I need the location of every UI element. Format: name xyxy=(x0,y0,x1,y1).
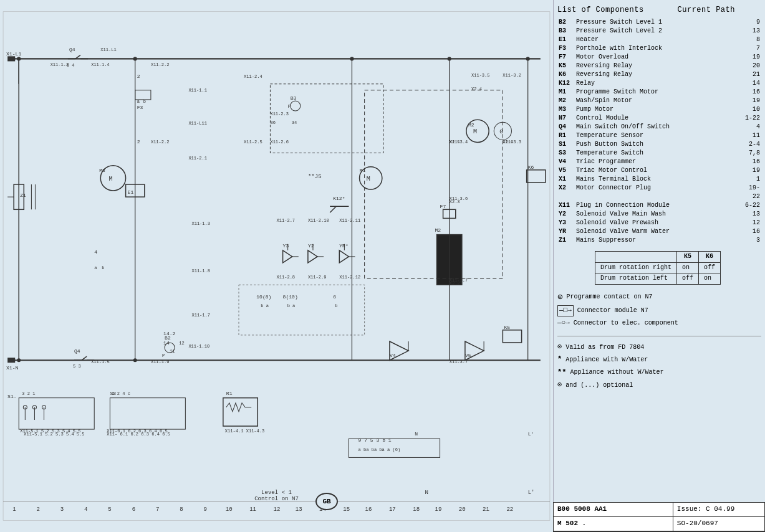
legend-connector-elec: —○→ Connector to elec. component xyxy=(557,318,761,328)
svg-text:N: N xyxy=(415,431,418,437)
svg-text:X11-3.5: X11-3.5 xyxy=(471,73,490,78)
component-row: M2Wash/Spin Motor19 xyxy=(557,97,761,105)
svg-rect-33 xyxy=(7,56,15,61)
component-row: M3Pump Motor10 xyxy=(557,105,761,114)
svg-text:X11-2.2: X11-2.2 xyxy=(151,62,170,67)
svg-text:F3: F3 xyxy=(137,105,143,110)
svg-text:3: 3 xyxy=(60,506,64,513)
svg-text:X11-2.9: X11-2.9 xyxy=(308,275,327,280)
gb-label: GB xyxy=(322,498,330,505)
svg-text:X11-1.8: X11-1.8 xyxy=(191,268,210,273)
svg-text:Q4: Q4 xyxy=(74,348,80,354)
svg-text:R1: R1 xyxy=(226,391,233,396)
svg-text:K12*: K12* xyxy=(333,196,345,201)
svg-text:36: 36 xyxy=(270,120,275,125)
component-row: M1Programme Switch Motor16 xyxy=(557,88,761,97)
svg-text:5: 5 xyxy=(108,506,111,513)
component-row: Q4Main Switch On/Off Switch4 xyxy=(557,123,761,131)
svg-text:1  2   4    c: 1 2 4 c xyxy=(112,391,130,396)
svg-text:N: N xyxy=(425,489,428,496)
svg-text:4: 4 xyxy=(84,506,87,513)
doc-standard: SO-20/0697 xyxy=(673,517,764,531)
svg-text:M: M xyxy=(367,176,370,183)
svg-text:a: a xyxy=(94,265,97,270)
gb-stamp: GB xyxy=(315,493,338,510)
svg-text:X11-2.11: X11-2.11 xyxy=(339,218,360,223)
svg-text:1: 1 xyxy=(12,506,16,513)
svg-text:9   7   5   3   b   1: 9 7 5 3 b 1 xyxy=(358,437,392,443)
svg-text:2: 2 xyxy=(137,74,140,79)
svg-text:b: b xyxy=(102,265,104,270)
component-row: V4Triac Programmer16 xyxy=(557,158,761,166)
component-row: Y3Solenoid Valve Prewash12 xyxy=(557,219,761,227)
svg-text:L': L' xyxy=(528,431,534,437)
svg-text:21: 21 xyxy=(483,506,489,513)
svg-text:X11-2.12: X11-2.12 xyxy=(339,275,360,280)
svg-text:X11-L1: X11-L1 xyxy=(100,47,116,52)
current-path-title: Current Path xyxy=(678,6,735,14)
svg-text:X11-2.5: X11-2.5 xyxy=(244,140,262,145)
component-row: S3Temperature Switch7,8 xyxy=(557,149,761,158)
svg-text:X11-2.3: X11-2.3 xyxy=(270,112,289,116)
svg-rect-1 xyxy=(3,12,550,520)
component-row: S1Push Button Switch2-4 xyxy=(557,140,761,149)
svg-text:YR*: YR* xyxy=(339,243,349,249)
schematic-svg: 1 2 3 4 5 6 7 8 9 10 11 12 13 14 15 16 1… xyxy=(0,0,553,532)
svg-text:2: 2 xyxy=(36,506,39,513)
svg-text:K6: K6 xyxy=(528,164,534,170)
component-row: K6Reversing Relay21 xyxy=(557,70,761,79)
svg-text:X11-1.9: X11-1.9 xyxy=(151,359,170,364)
svg-text:9: 9 xyxy=(204,506,207,513)
svg-text:4: 4 xyxy=(94,249,97,255)
svg-text:F7: F7 xyxy=(440,204,446,209)
component-row: X2Motor Connector Plug19-22 xyxy=(557,184,761,201)
svg-rect-34 xyxy=(7,358,15,363)
svg-text:19: 19 xyxy=(435,506,442,513)
svg-text:8(10): 8(10) xyxy=(283,294,298,300)
svg-text:X11-2.4: X11-2.4 xyxy=(244,74,262,79)
svg-point-184 xyxy=(448,57,451,60)
svg-text:X11-4.1    X11-4.3: X11-4.1 X11-4.3 xyxy=(225,429,264,434)
svg-text:5  3: 5 3 xyxy=(73,364,81,369)
svg-text:8: 8 xyxy=(180,506,183,513)
svg-text:M3: M3 xyxy=(99,168,105,173)
svg-text:X11-1.4: X11-1.4 xyxy=(91,62,110,67)
svg-text:X1-L1: X1-L1 xyxy=(6,51,21,57)
svg-text:P: P xyxy=(162,353,165,358)
svg-point-182 xyxy=(133,57,137,60)
svg-text:B3: B3 xyxy=(291,95,297,101)
svg-point-186 xyxy=(17,358,21,362)
k5k6-table: K5 K6 Drum rotation rightonoffDrum rotat… xyxy=(595,251,721,285)
svg-text:X11-1.2: X11-1.2 xyxy=(51,62,69,67)
svg-text:X2.4: X2.4 xyxy=(471,87,482,92)
svg-text:34: 34 xyxy=(292,120,297,125)
svg-text:X11-2.6: X11-2.6 xyxy=(270,140,289,145)
svg-point-181 xyxy=(17,57,21,60)
component-row: E1Heater8 xyxy=(557,36,761,44)
diagram-area: 1 2 3 4 5 6 7 8 9 10 11 12 13 14 15 16 1… xyxy=(0,0,553,532)
svg-text:12: 12 xyxy=(179,341,184,346)
legend-connector-module: —□→ Connector module N7 xyxy=(557,305,761,316)
svg-point-183 xyxy=(350,57,354,60)
svg-text:M2: M2 xyxy=(435,227,441,233)
svg-point-187 xyxy=(133,358,137,362)
svg-text:18: 18 xyxy=(413,506,420,513)
doc-issue: Issue: C 04.99 xyxy=(673,503,764,516)
svg-text:6: 6 xyxy=(333,294,336,300)
svg-text:6: 6 xyxy=(132,506,135,513)
svg-text:X11-2.1: X11-2.1 xyxy=(188,156,207,161)
legend-section: K5 K6 Drum rotation rightonoffDrum rotat… xyxy=(557,251,761,391)
component-row: R1Temperature Sensor11 xyxy=(557,131,761,140)
component-row: F7Motor Overload19 xyxy=(557,53,761,62)
component-row: F3Porthole with Interlock7 xyxy=(557,44,761,53)
component-row: X1Mains Terminal Block1 xyxy=(557,175,761,184)
svg-text:M: M xyxy=(473,128,477,135)
doc-code: B00 5008 AA1 xyxy=(554,503,673,516)
title-row-1: B00 5008 AA1 Issue: C 04.99 xyxy=(554,503,764,517)
title-row-2: M 502 . SO-20/0697 xyxy=(554,517,764,531)
doc-model: M 502 . xyxy=(554,517,673,531)
symbol-legend: ⊙ Programme contact on N7 —□→ Connector … xyxy=(557,291,761,328)
svg-text:X11-2.8: X11-2.8 xyxy=(277,275,296,280)
svg-text:X2.3: X2.3 xyxy=(450,199,460,204)
legend-programme-contact: ⊙ Programme contact on N7 xyxy=(557,291,761,303)
